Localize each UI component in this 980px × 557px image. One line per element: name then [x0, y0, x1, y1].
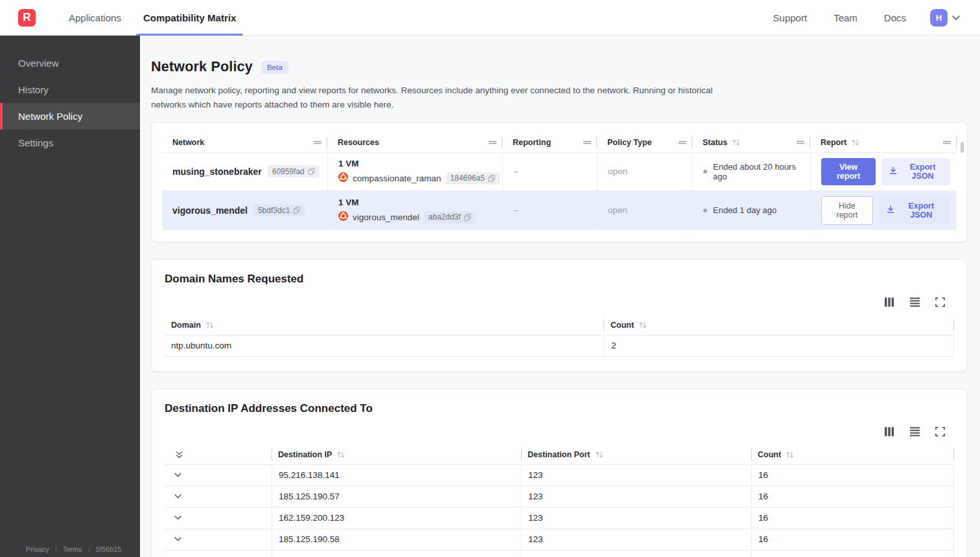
terms-link[interactable]: Terms	[63, 545, 82, 553]
sidebar-item-history[interactable]: History	[0, 76, 140, 103]
column-header-destination-ip[interactable]: Destination IP	[272, 446, 521, 464]
tab-compatibility-matrix[interactable]: Compatibility Matrix	[132, 0, 247, 36]
privacy-link[interactable]: Privacy	[26, 545, 49, 553]
sidebar-item-settings[interactable]: Settings	[0, 130, 140, 156]
column-header-reporting[interactable]: Reporting	[502, 133, 597, 152]
column-resize-handle-icon[interactable]	[678, 140, 687, 145]
sort-icon	[786, 451, 795, 459]
table-row-report-cell: Hide report Export JSON	[810, 190, 957, 230]
count-cell: 16	[751, 464, 954, 486]
card-toolbar	[165, 427, 954, 437]
column-header-count[interactable]: Count	[751, 446, 954, 464]
column-header-resources[interactable]: Resources	[327, 133, 502, 152]
columns-icon[interactable]	[884, 427, 894, 437]
export-json-button[interactable]: Export JSON	[881, 158, 950, 185]
table-row-network-cell: musing_stonebraker 60959fad	[162, 152, 327, 190]
row-expander-cell	[165, 486, 272, 507]
count-cell: 16	[751, 486, 954, 507]
rows-list-icon[interactable]	[909, 427, 920, 437]
ip-cell: 185.125.190.58	[272, 529, 521, 550]
sort-icon	[638, 321, 648, 329]
nav-link-team[interactable]: Team	[834, 12, 858, 23]
table-row-report-cell: View report Export JSON	[810, 152, 957, 190]
table-row-reporting-cell: –	[502, 152, 597, 190]
count-cell: 16	[751, 529, 954, 550]
table-row-reporting-cell: –	[502, 190, 597, 230]
column-header-policy-type[interactable]: Policy Type	[597, 133, 692, 152]
expand-fullscreen-icon[interactable]	[935, 427, 945, 437]
column-resize-handle-icon[interactable]	[488, 140, 497, 145]
table-scrollbar-thumb[interactable]	[961, 142, 964, 153]
domain-names-card: Domain Names Requested Domain Count ntp.…	[151, 259, 968, 372]
copy-icon[interactable]	[308, 168, 315, 175]
navbar-right: Support Team Docs H	[747, 9, 961, 27]
expand-fullscreen-icon[interactable]	[935, 297, 945, 307]
sort-icon	[595, 451, 604, 459]
table-row-policy-type-cell: open	[597, 190, 692, 230]
hide-report-button[interactable]: Hide report	[821, 196, 873, 225]
card-title: Domain Names Requested	[165, 273, 954, 286]
column-resize-handle-icon[interactable]	[583, 140, 592, 145]
rows-list-icon[interactable]	[909, 297, 920, 307]
column-header-network[interactable]: Network	[162, 133, 327, 152]
user-avatar[interactable]: H	[930, 9, 948, 27]
table-row-resources-cell: 1 VM vigorous_mendel aba2dd3f	[327, 190, 502, 230]
download-icon	[889, 166, 898, 177]
row-expander-cell	[165, 529, 272, 550]
expand-all-rows-icon[interactable]	[171, 451, 183, 459]
chevron-down-icon[interactable]	[174, 536, 182, 542]
chevron-down-icon[interactable]	[174, 515, 182, 521]
status-dot	[703, 170, 707, 174]
count-cell: 2	[604, 335, 954, 356]
sort-icon	[205, 321, 215, 329]
export-json-button[interactable]: Export JSON	[879, 197, 950, 224]
copy-icon[interactable]	[293, 207, 300, 214]
column-resize-handle-icon[interactable]	[313, 140, 322, 145]
app-logo[interactable]: R	[18, 9, 36, 27]
count-cell: 16	[751, 507, 954, 529]
navbar-tabs: Applications Compatibility Matrix	[58, 0, 247, 36]
copy-icon[interactable]	[464, 214, 471, 221]
user-menu-chevron-down-icon[interactable]	[951, 15, 961, 21]
chevron-down-icon[interactable]	[174, 472, 182, 478]
copy-icon[interactable]	[488, 175, 495, 182]
nav-link-docs[interactable]: Docs	[884, 12, 906, 23]
table-row-status-cell: Ended 1 day ago	[692, 190, 810, 230]
table-row-status-cell: Ended about 20 hours ago	[692, 152, 810, 190]
count-cell: 16	[751, 550, 954, 557]
ip-cell: 95.216.100.21	[272, 550, 521, 557]
resource-id-pill: 184696a5	[446, 172, 500, 185]
column-header-count[interactable]: Count	[604, 316, 954, 335]
ubuntu-icon	[338, 211, 348, 223]
row-expander-cell	[165, 550, 272, 557]
sidebar-item-network-policy[interactable]: Network Policy	[0, 103, 140, 130]
sidebar-footer: Privacy | Terms | 5f56b15	[26, 545, 122, 553]
sort-icon	[732, 139, 741, 146]
beta-badge: Beta	[261, 61, 288, 74]
port-cell: 123	[521, 529, 751, 550]
row-expander-cell	[165, 507, 272, 529]
port-cell: 123	[521, 550, 751, 557]
tab-applications[interactable]: Applications	[58, 0, 132, 36]
sidebar-item-overview[interactable]: Overview	[0, 50, 140, 76]
port-cell: 123	[521, 507, 751, 529]
column-resize-handle-icon[interactable]	[942, 140, 951, 145]
column-header-report[interactable]: Report	[810, 133, 957, 152]
destination-ips-table: Destination IP Destination Port Count 95…	[165, 446, 954, 557]
build-version: 5f56b15	[96, 545, 122, 553]
column-resize-handle-icon[interactable]	[796, 140, 805, 145]
nav-link-support[interactable]: Support	[773, 12, 808, 23]
column-header-destination-port[interactable]: Destination Port	[521, 446, 751, 464]
column-header-domain[interactable]: Domain	[165, 316, 604, 335]
domain-cell: ntp.ubuntu.com	[165, 335, 604, 356]
main-content: Network Policy Beta Manage network polic…	[140, 36, 980, 557]
chevron-down-icon[interactable]	[174, 494, 182, 499]
columns-icon[interactable]	[884, 297, 894, 307]
view-report-button[interactable]: View report	[821, 158, 876, 185]
page-title: Network Policy	[151, 59, 253, 75]
column-header-status[interactable]: Status	[692, 133, 810, 152]
table-row-resources-cell: 1 VM compassionate_raman 184696a5	[327, 152, 502, 190]
card-title: Destination IP Addresses Connected To	[165, 402, 954, 415]
ip-cell: 95.216.138.141	[272, 464, 521, 486]
networks-table: Network Resources Reporting Policy Type …	[162, 133, 957, 230]
